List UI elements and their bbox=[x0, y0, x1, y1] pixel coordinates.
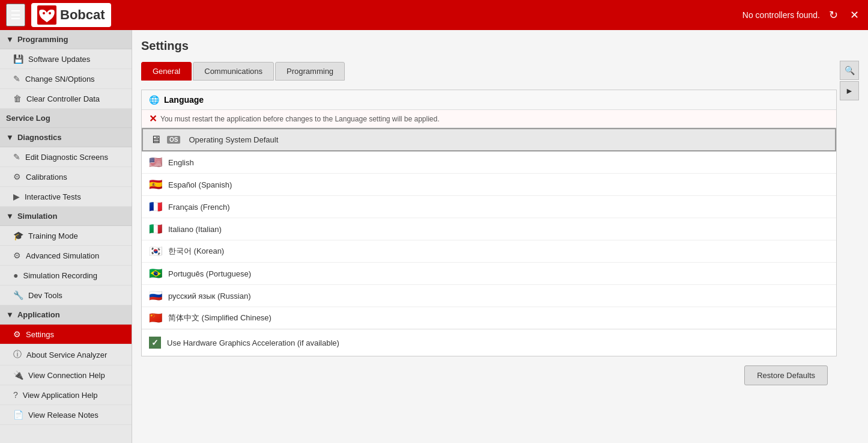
russian-flag-icon: 🇷🇺 bbox=[149, 289, 162, 302]
sidebar-item-dev-tools[interactable]: 🔧 Dev Tools bbox=[0, 286, 132, 305]
sidebar-item-about-service-analyzer[interactable]: ⓘ About Service Analyzer bbox=[0, 344, 132, 365]
sidebar-item-simulation-recording-label: Simulation Recording bbox=[23, 271, 97, 280]
sidebar-section-simulation-label: Simulation bbox=[17, 212, 57, 221]
clear-controller-icon: 🗑 bbox=[13, 94, 22, 103]
language-icon: 🌐 bbox=[149, 95, 159, 105]
hamburger-button[interactable]: ☰ bbox=[6, 4, 25, 26]
language-italian-label: Italiano (Italian) bbox=[168, 225, 222, 234]
english-flag-icon: 🇺🇸 bbox=[149, 156, 162, 169]
sidebar-item-software-updates[interactable]: 💾 Software Updates bbox=[0, 49, 132, 69]
software-updates-icon: 💾 bbox=[13, 54, 23, 64]
restore-defaults-button[interactable]: Restore Defaults bbox=[744, 365, 828, 385]
portuguese-flag-icon: 🇧🇷 bbox=[149, 267, 162, 280]
bottom-bar: Restore Defaults bbox=[141, 356, 837, 394]
sidebar-section-application[interactable]: ▼ Application bbox=[0, 305, 132, 325]
panel-toggle-button[interactable]: ► bbox=[840, 81, 859, 100]
svg-point-1 bbox=[43, 12, 45, 14]
no-controllers-text: No controllers found. bbox=[742, 10, 820, 20]
sidebar-section-service-log[interactable]: Service Log bbox=[0, 109, 132, 128]
language-korean-label: 한국어 (Korean) bbox=[168, 246, 224, 257]
zoom-button[interactable]: 🔍 bbox=[840, 61, 859, 80]
sidebar-item-interactive-tests-label: Interactive Tests bbox=[25, 192, 81, 201]
hardware-acceleration-checkbox[interactable]: ✓ bbox=[149, 337, 161, 349]
sidebar-section-simulation[interactable]: ▼ Simulation bbox=[0, 207, 132, 226]
language-option-french[interactable]: 🇫🇷 Français (French) bbox=[142, 196, 836, 218]
sidebar-item-view-application-help-label: View Application Help bbox=[23, 391, 98, 400]
language-option-italian[interactable]: 🇮🇹 Italiano (Italian) bbox=[142, 218, 836, 240]
dev-tools-icon: 🔧 bbox=[13, 290, 23, 300]
header: ☰ Bobcat No controllers found. ↻ ✕ bbox=[0, 0, 868, 30]
sidebar-section-diagnostics-label: Diagnostics bbox=[17, 133, 62, 142]
close-button[interactable]: ✕ bbox=[847, 5, 862, 25]
language-russian-label: русский язык (Russian) bbox=[168, 292, 251, 301]
sidebar: ▼ Programming 💾 Software Updates ✎ Chang… bbox=[0, 30, 132, 443]
sidebar-item-simulation-recording[interactable]: ● Simulation Recording bbox=[0, 266, 132, 286]
sidebar-section-application-label: Application bbox=[17, 310, 60, 319]
interactive-tests-icon: ▶ bbox=[13, 192, 20, 201]
language-option-english[interactable]: 🇺🇸 English bbox=[142, 151, 836, 174]
sidebar-item-interactive-tests[interactable]: ▶ Interactive Tests bbox=[0, 187, 132, 207]
page-title: Settings bbox=[141, 39, 837, 53]
language-option-korean[interactable]: 🇰🇷 한국어 (Korean) bbox=[142, 240, 836, 263]
sidebar-item-training-mode[interactable]: 🎓 Training Mode bbox=[0, 226, 132, 246]
svg-point-2 bbox=[49, 12, 51, 14]
language-option-russian[interactable]: 🇷🇺 русский язык (Russian) bbox=[142, 285, 836, 307]
sidebar-item-clear-controller[interactable]: 🗑 Clear Controller Data bbox=[0, 89, 132, 109]
language-warning-text: You must restart the application before … bbox=[160, 115, 440, 123]
logo: Bobcat bbox=[31, 3, 111, 27]
settings-panel: 🌐 Language ✕ You must restart the applic… bbox=[141, 90, 837, 356]
sidebar-item-edit-diagnostic[interactable]: ✎ Edit Diagnostic Screens bbox=[0, 147, 132, 167]
warning-x-icon: ✕ bbox=[149, 113, 157, 124]
sidebar-section-programming[interactable]: ▼ Programming bbox=[0, 30, 132, 49]
tab-programming[interactable]: Programming bbox=[275, 62, 345, 81]
language-chinese-label: 简体中文 (Simplified Chinese) bbox=[168, 313, 272, 323]
sidebar-item-about-service-analyzer-label: About Service Analyzer bbox=[26, 350, 107, 359]
language-option-os-default[interactable]: 🖥 OS Operating System Default bbox=[142, 128, 836, 151]
edit-diagnostic-icon: ✎ bbox=[13, 152, 20, 162]
sidebar-item-advanced-simulation[interactable]: ⚙ Advanced Simulation bbox=[0, 246, 132, 266]
sidebar-item-edit-diagnostic-label: Edit Diagnostic Screens bbox=[25, 153, 108, 162]
training-mode-icon: 🎓 bbox=[13, 231, 23, 240]
header-left: ☰ Bobcat bbox=[6, 3, 111, 27]
language-warning: ✕ You must restart the application befor… bbox=[142, 110, 836, 128]
language-portuguese-label: Português (Portuguese) bbox=[168, 269, 251, 278]
italian-flag-icon: 🇮🇹 bbox=[149, 222, 162, 236]
spanish-flag-icon: 🇪🇸 bbox=[149, 178, 162, 191]
settings-tabs: General Communications Programming bbox=[141, 62, 837, 81]
tab-general[interactable]: General bbox=[141, 62, 192, 81]
language-option-chinese[interactable]: 🇨🇳 简体中文 (Simplified Chinese) bbox=[142, 307, 836, 329]
main-layout: ▼ Programming 💾 Software Updates ✎ Chang… bbox=[0, 30, 868, 443]
os-default-flag-icon: 🖥 bbox=[150, 133, 161, 146]
calibrations-icon: ⚙ bbox=[13, 172, 21, 182]
sidebar-section-programming-label: Programming bbox=[17, 35, 68, 44]
sidebar-item-settings-label: Settings bbox=[26, 330, 54, 339]
sidebar-item-clear-controller-label: Clear Controller Data bbox=[26, 94, 100, 103]
hardware-acceleration-section: ✓ Use Hardware Graphics Acceleration (if… bbox=[142, 329, 836, 356]
language-header-label: Language bbox=[164, 95, 204, 105]
sidebar-item-view-connection-help[interactable]: 🔌 View Connection Help bbox=[0, 365, 132, 385]
tab-communications[interactable]: Communications bbox=[193, 62, 274, 81]
sidebar-item-view-release-notes[interactable]: 📄 View Release Notes bbox=[0, 405, 132, 425]
refresh-button[interactable]: ↻ bbox=[826, 5, 841, 25]
sidebar-item-settings[interactable]: ⚙ Settings bbox=[0, 325, 132, 344]
sidebar-item-change-sn[interactable]: ✎ Change SN/Options bbox=[0, 69, 132, 89]
view-application-help-icon: ? bbox=[13, 390, 18, 400]
sidebar-section-diagnostics[interactable]: ▼ Diagnostics bbox=[0, 128, 132, 147]
language-option-spanish[interactable]: 🇪🇸 Español (Spanish) bbox=[142, 174, 836, 196]
logo-text: Bobcat bbox=[60, 7, 105, 23]
sidebar-item-view-connection-help-label: View Connection Help bbox=[28, 371, 105, 380]
korean-flag-icon: 🇰🇷 bbox=[149, 245, 162, 258]
view-release-notes-icon: 📄 bbox=[13, 410, 23, 420]
content-area: Settings General Communications Programm… bbox=[132, 30, 868, 443]
advanced-simulation-icon: ⚙ bbox=[13, 251, 21, 260]
chinese-flag-icon: 🇨🇳 bbox=[149, 311, 162, 325]
settings-icon: ⚙ bbox=[13, 329, 21, 339]
checkmark-icon: ✓ bbox=[151, 338, 159, 347]
language-option-portuguese[interactable]: 🇧🇷 Português (Portuguese) bbox=[142, 263, 836, 285]
sidebar-item-calibrations[interactable]: ⚙ Calibrations bbox=[0, 167, 132, 187]
about-service-analyzer-icon: ⓘ bbox=[13, 349, 22, 360]
chevron-down-icon: ▼ bbox=[6, 35, 14, 44]
sidebar-item-view-application-help[interactable]: ? View Application Help bbox=[0, 385, 132, 405]
sidebar-item-calibrations-label: Calibrations bbox=[26, 173, 67, 182]
sidebar-item-view-release-notes-label: View Release Notes bbox=[28, 411, 99, 420]
